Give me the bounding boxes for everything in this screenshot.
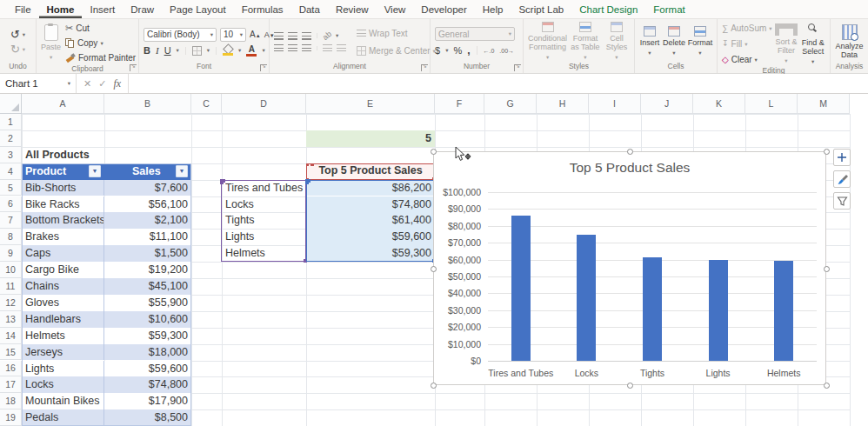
table-cell-sales[interactable]: $18,000 [104,344,191,361]
cell-top5-category[interactable]: Tights [222,212,306,229]
select-all-corner[interactable] [0,94,22,114]
column-header-L[interactable]: L [745,94,798,114]
sort-filter-button[interactable]: Sort & Filter▾ [775,23,798,65]
chart-resize-handle[interactable] [627,149,633,155]
column-header-D[interactable]: D [222,94,306,114]
redo-button[interactable]: ↻▾ [10,43,25,56]
column-header-F[interactable]: F [435,94,484,114]
tab-review[interactable]: Review [328,1,377,18]
fill-color-icon[interactable] [223,45,233,56]
column-header-B[interactable]: B [104,94,191,114]
cell-top5-category[interactable]: Tires and Tubes [222,180,306,196]
confirm-entry-icon[interactable]: ✓ [98,78,106,90]
tab-script-lab[interactable]: Script Lab [511,1,571,18]
chart-title[interactable]: Top 5 Product Sales [434,160,825,176]
cancel-entry-icon[interactable]: ✕ [83,78,91,90]
wrap-text-button[interactable]: Wrap Text [357,27,436,40]
table-cell-product[interactable]: Chains [22,278,104,295]
font-dialog-launcher[interactable] [260,64,267,71]
column-header-K[interactable]: K [693,94,745,114]
row-header-4[interactable]: 4 [0,163,22,180]
number-format-select[interactable]: General▾ [435,27,515,41]
underline-button[interactable]: U [164,45,171,56]
table-cell-sales[interactable]: $10,600 [104,311,191,328]
tab-insert[interactable]: Insert [82,1,123,18]
row-header-12[interactable]: 12 [0,295,22,311]
merge-center-button[interactable]: Merge & Center▾ [357,44,436,57]
table-cell-product[interactable]: Brakes [22,229,104,245]
format-painter-button[interactable]: Format Painter [65,51,136,64]
cell-styles-button[interactable]: Cell Styles▾ [604,22,630,62]
paste-button[interactable]: Paste▾ [41,24,61,62]
column-header-C[interactable]: C [191,94,222,114]
font-color-icon[interactable]: A [246,45,257,57]
orientation-icon[interactable]: ab [321,30,333,42]
table-cell-sales[interactable]: $59,300 [104,328,191,344]
chart-elements-button[interactable] [833,149,851,166]
tab-data[interactable]: Data [291,1,328,18]
undo-button[interactable]: ↺▾ [10,28,25,41]
increase-font-icon[interactable]: A▲ [250,30,261,39]
table-header-product[interactable]: Product▼ [22,163,104,180]
table-cell-sales[interactable]: $19,200 [104,262,191,278]
table-cell-product[interactable]: Handlebars [22,311,104,328]
column-header-J[interactable]: J [641,94,693,114]
decrease-indent-icon[interactable] [323,44,332,52]
chart-bar[interactable] [643,257,662,361]
tab-view[interactable]: View [377,1,414,18]
italic-button[interactable]: I [156,45,159,56]
conditional-formatting-button[interactable]: Conditional Formatting▾ [528,22,567,62]
table-cell-sales[interactable]: $17,900 [104,393,191,409]
table-cell-sales[interactable]: $74,800 [104,376,191,393]
chart-resize-handle[interactable] [824,383,830,389]
range-handle[interactable] [306,163,309,166]
chart-resize-handle[interactable] [824,149,830,155]
alignment-dialog-launcher[interactable] [421,64,428,71]
decrease-decimal-icon[interactable]: .00→ [499,48,514,54]
row-header-9[interactable]: 9 [0,245,22,262]
table-cell-product[interactable]: Bottom Brackets [22,212,104,229]
chart-filters-button[interactable] [833,192,851,210]
cell-top5-value[interactable]: $86,200 [306,180,435,196]
align-right-icon[interactable] [302,44,311,52]
table-cell-sales[interactable]: $2,100 [104,212,191,229]
tab-page-layout[interactable]: Page Layout [162,1,234,18]
align-center-icon[interactable] [288,44,297,52]
format-as-table-button[interactable]: Format as Table▾ [569,22,602,62]
table-cell-product[interactable]: Caps [22,245,104,262]
cell-top5-value[interactable]: $74,800 [306,196,435,213]
tab-format[interactable]: Format [645,1,692,18]
table-cell-product[interactable]: Bike Racks [22,196,104,213]
align-middle-icon[interactable] [288,32,297,40]
row-header-8[interactable]: 8 [0,229,22,245]
table-cell-product[interactable]: Bib-Shorts [22,180,104,196]
insert-function-icon[interactable]: fx [113,77,121,90]
fill-button[interactable]: ↧Fill▾ [722,37,772,50]
autosum-button[interactable]: ∑AutoSum▾ [722,22,772,35]
row-header-11[interactable]: 11 [0,278,22,295]
table-cell-sales[interactable]: $55,900 [104,295,191,311]
row-header-2[interactable]: 2 [0,130,22,147]
tab-chart-design[interactable]: Chart Design [571,1,645,18]
table-cell-sales[interactable]: $11,100 [104,229,191,245]
cell-all-products-title[interactable]: All Products [22,147,152,163]
tab-draw[interactable]: Draw [123,1,162,18]
table-cell-sales[interactable]: $45,100 [104,278,191,295]
number-dialog-launcher[interactable] [514,64,521,71]
cell-top5-value[interactable]: $59,300 [306,245,435,262]
filter-dropdown-icon[interactable]: ▼ [89,165,101,177]
chart-bar[interactable] [511,216,531,361]
table-cell-product[interactable]: Pedals [22,409,104,426]
row-header-3[interactable]: 3 [0,147,22,163]
table-cell-sales[interactable]: $56,100 [104,196,191,213]
table-cell-product[interactable]: Jerseys [22,344,104,361]
cell-top5-category[interactable]: Helmets [222,245,306,262]
table-cell-sales[interactable]: $1,500 [104,245,191,262]
table-cell-product[interactable]: Mountain Bikes [22,393,104,409]
percent-style-icon[interactable]: % [453,45,462,56]
row-header-14[interactable]: 14 [0,328,22,344]
comma-style-icon[interactable]: , [467,44,470,57]
find-select-button[interactable]: Find & Select▾ [800,23,825,66]
row-header-15[interactable]: 15 [0,344,22,361]
chart-styles-button[interactable] [833,170,851,188]
